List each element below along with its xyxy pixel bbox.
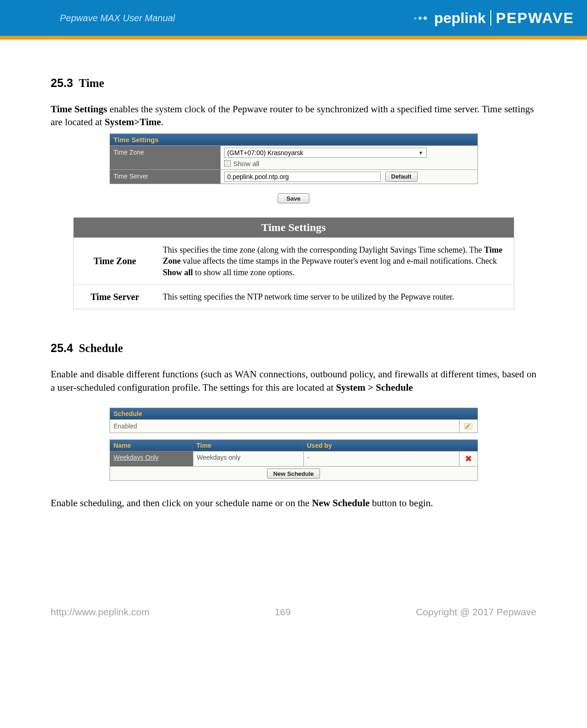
default-button[interactable]: Default [385,172,418,182]
brand-logo: peplink PEPWAVE [414,10,574,27]
page-footer: http://www.peplink.com 169 Copyright @ 2… [0,607,587,618]
show-all-checkbox[interactable]: Show all [224,160,260,168]
schedule-enabled-row: Enabled [110,420,478,433]
explain-desc-timezone: This specifies the time zone (along with… [157,238,514,284]
time-intro-bold: Time Settings [51,104,107,115]
time-zone-row: Time Zone (GMT+07:00) Krasnoyarsk ▼ Show… [110,145,477,169]
schedule-row-delete-button[interactable]: ✖ [459,451,477,466]
schedule-panel-title: Schedule [110,408,478,420]
delete-icon: ✖ [465,454,472,464]
footer-page-number: 169 [274,607,291,618]
section-title: Time [79,77,104,89]
explain-table-caption: Time Settings [74,218,514,237]
show-all-label: Show all [233,160,260,168]
col-time: Time [193,440,303,451]
schedule-footer-bold: New Schedule [312,497,369,508]
footer-copyright: Copyright @ 2017 Pepwave [416,607,536,618]
time-intro-paragraph: Time Settings enables the system clock o… [51,103,536,129]
section-number-schedule: 25.4 [51,341,73,354]
schedule-enabled-label: Enabled [110,420,459,433]
time-zone-select[interactable]: (GMT+07:00) Krasnoyarsk ▼ [224,148,427,158]
brand-peplink: peplink [434,10,486,27]
tz-desc-pre: This specifies the time zone (along with… [163,245,484,254]
time-settings-panel-title: Time Settings [110,134,477,145]
schedule-new-row: New Schedule [110,467,478,481]
schedule-row-name-link[interactable]: Weekdays Only [110,451,193,466]
time-intro-suffix: . [161,116,163,127]
tz-desc-mid: value affects the time stamps in the Pep… [181,256,497,266]
explain-label-timezone: Time Zone [74,238,157,284]
explain-label-timeserver: Time Server [74,285,157,309]
section-heading-time: 25.3 Time [51,76,536,90]
explain-row-timezone: Time Zone This specifies the time zone (… [74,237,514,284]
explain-desc-timeserver: This setting specifies the NTP network t… [157,285,514,309]
schedule-intro-text: Enable and disable different functions (… [51,369,536,393]
section-number: 25.3 [51,76,73,89]
time-settings-panel: Time Settings Time Zone (GMT+07:00) Kras… [110,133,478,184]
time-server-label: Time Server [110,170,221,184]
schedule-footer-post: button to begin. [370,497,433,508]
time-zone-selected-value: (GMT+07:00) Krasnoyarsk [227,149,303,156]
schedule-table-header: Name Time Used by [110,439,478,451]
time-server-input[interactable]: 0.peplink.pool.ntp.org [224,172,381,182]
logo-dots-icon [414,17,427,20]
save-button[interactable]: Save [278,193,309,203]
schedule-table-row: Weekdays Only Weekdays only - ✖ [110,451,478,467]
chevron-down-icon: ▼ [418,150,424,156]
schedule-row-time: Weekdays only [193,451,303,466]
col-usedby: Used by [303,440,459,451]
brand-pepwave: PEPWAVE [496,10,574,27]
schedule-panel: Schedule Enabled Name Time Used by Weekd… [110,408,478,481]
schedule-footer-paragraph: Enable scheduling, and then click on you… [51,497,536,509]
schedule-intro-path: System > Schedule [336,382,413,393]
time-intro-path: System>Time [105,116,161,127]
section-title-schedule: Schedule [79,342,123,354]
pencil-icon [464,423,472,429]
logo-divider-icon [490,10,491,26]
manual-title: Pepwave MAX User Manual [60,13,175,23]
footer-url: http://www.peplink.com [51,607,150,618]
tz-desc-post: to show all time zone options. [193,268,294,277]
time-settings-explain-table: Time Settings Time Zone This specifies t… [73,217,514,309]
checkbox-icon [224,160,231,167]
document-header: Pepwave MAX User Manual peplink PEPWAVE [0,0,587,36]
schedule-footer-pre: Enable scheduling, and then click on you… [51,497,312,508]
time-zone-label: Time Zone [110,146,221,169]
section-heading-schedule: 25.4 Schedule [51,341,536,355]
tz-desc-bold2: Show all [163,268,193,277]
schedule-intro-paragraph: Enable and disable different functions (… [51,368,536,394]
header-accent-strip [0,36,587,40]
schedule-edit-button[interactable] [459,420,477,433]
new-schedule-button[interactable]: New Schedule [267,468,320,479]
explain-row-timeserver: Time Server This setting specifies the N… [74,284,514,309]
time-server-row: Time Server 0.peplink.pool.ntp.org Defau… [110,169,477,184]
schedule-row-usedby: - [303,451,459,466]
col-name: Name [110,440,193,451]
